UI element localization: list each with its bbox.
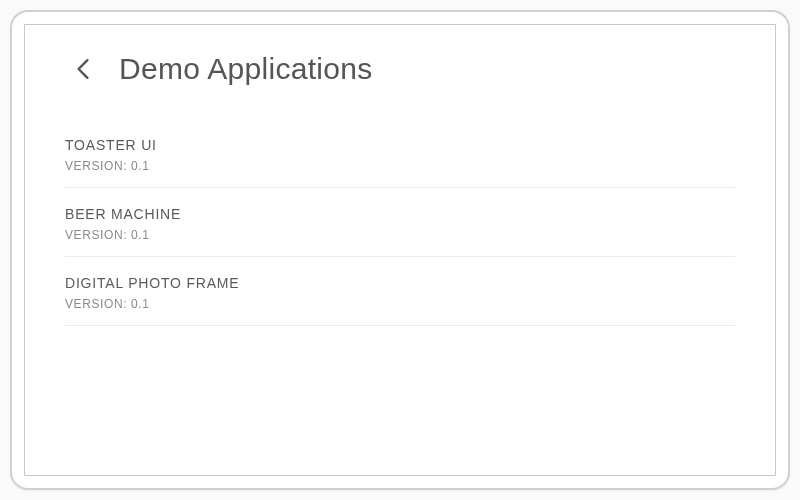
chevron-left-icon	[76, 58, 90, 80]
device-frame: Demo Applications TOASTER UI VERSION: 0.…	[10, 10, 790, 490]
item-subtitle: VERSION: 0.1	[65, 159, 735, 173]
screen: Demo Applications TOASTER UI VERSION: 0.…	[24, 24, 776, 476]
header: Demo Applications	[25, 25, 775, 105]
page-title: Demo Applications	[119, 52, 373, 86]
item-title: DIGITAL PHOTO FRAME	[65, 275, 735, 291]
item-subtitle: VERSION: 0.1	[65, 228, 735, 242]
back-button[interactable]	[65, 51, 101, 87]
list-item[interactable]: TOASTER UI VERSION: 0.1	[65, 119, 735, 188]
item-title: BEER MACHINE	[65, 206, 735, 222]
list-item[interactable]: DIGITAL PHOTO FRAME VERSION: 0.1	[65, 257, 735, 326]
app-list: TOASTER UI VERSION: 0.1 BEER MACHINE VER…	[25, 105, 775, 326]
list-item[interactable]: BEER MACHINE VERSION: 0.1	[65, 188, 735, 257]
item-title: TOASTER UI	[65, 137, 735, 153]
item-subtitle: VERSION: 0.1	[65, 297, 735, 311]
